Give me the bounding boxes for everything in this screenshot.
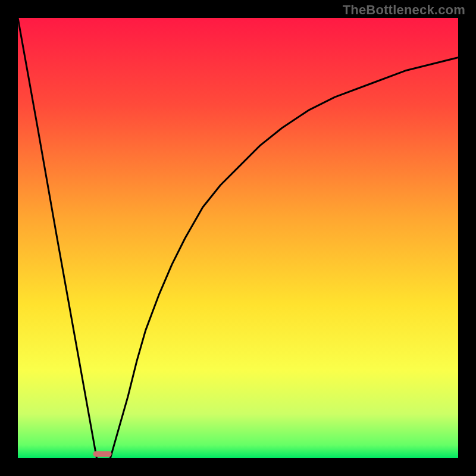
- bottleneck-chart: [0, 0, 476, 476]
- optimum-marker: [93, 451, 112, 457]
- chart-frame: TheBottleneck.com: [0, 0, 476, 476]
- watermark-text: TheBottleneck.com: [343, 2, 465, 18]
